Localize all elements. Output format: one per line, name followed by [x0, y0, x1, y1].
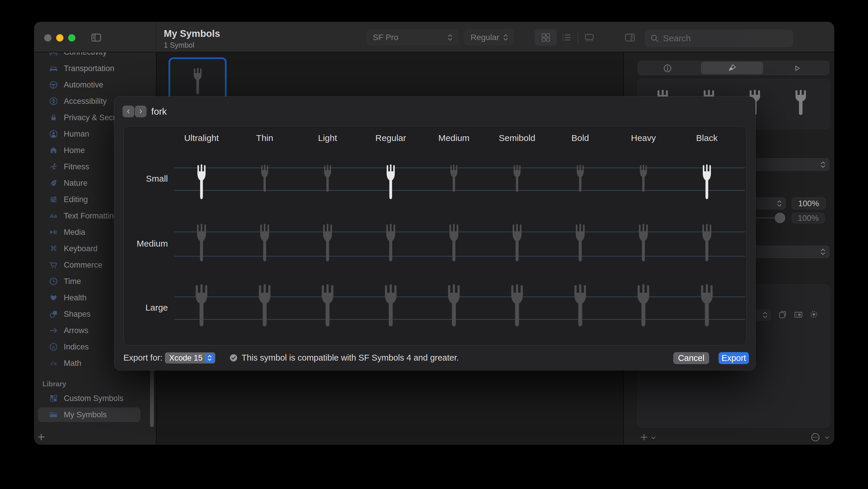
add-symbol-button[interactable] — [36, 432, 46, 441]
sidebar-item-label: Math — [64, 359, 81, 368]
dashed-circle-icon — [809, 310, 818, 319]
nature-icon — [49, 178, 59, 188]
indices-icon — [49, 342, 59, 352]
sidebar-item-label: Transportation — [64, 64, 114, 73]
fork-glyph-medium-bold — [576, 224, 585, 262]
view-gallery-button[interactable] — [584, 32, 595, 43]
render-circle-icon[interactable] — [809, 310, 818, 319]
close-button[interactable] — [44, 34, 52, 41]
compat-note: This symbol is compatible with SF Symbol… — [242, 353, 459, 363]
inspector-tabs — [638, 61, 829, 75]
copy-icon[interactable] — [778, 310, 787, 320]
export-for-label: Export for: — [123, 345, 163, 370]
zoom-value-field[interactable]: 100% — [792, 197, 826, 209]
updown-stepper-icon — [762, 311, 768, 319]
sidebar-item-automotive[interactable]: Automotive — [38, 78, 141, 92]
search-icon — [650, 33, 659, 43]
media-icon — [49, 227, 59, 237]
ellipsis-circle-icon — [810, 432, 820, 442]
add-variant-button[interactable] — [639, 433, 649, 442]
scale-value-field: 100% — [792, 213, 825, 223]
sidebar-section-library: Library — [42, 380, 66, 388]
commerce-icon — [49, 260, 59, 270]
preview-fork-3 — [796, 90, 806, 115]
scale-slider-knob[interactable] — [775, 213, 785, 223]
play-icon — [792, 63, 802, 73]
search-input[interactable]: Search — [645, 30, 793, 47]
tab-paintbrush[interactable] — [727, 63, 737, 73]
export-button[interactable]: Export — [718, 352, 749, 364]
size-row-small: Small — [121, 174, 168, 184]
fork-glyph-medium-heavy — [639, 224, 648, 262]
export-target-stepper-icon — [205, 353, 214, 363]
tab-info[interactable] — [663, 63, 672, 73]
human-icon — [49, 129, 59, 139]
export-target-select[interactable]: Xcode 15 — [165, 353, 215, 364]
sidebar-item-label: Health — [64, 293, 87, 302]
fork-glyph-small-medium — [451, 165, 457, 192]
view-list-button[interactable] — [561, 32, 572, 43]
sidebar-item-label: Editing — [64, 195, 88, 204]
updown-stepper-icon — [820, 160, 826, 169]
updown-stepper-icon — [447, 33, 453, 42]
fork-glyph-large-regular — [385, 284, 397, 326]
sidebar-item-my-symbols[interactable]: My Symbols — [38, 407, 141, 422]
zoom-button[interactable] — [68, 34, 75, 41]
more-options-button[interactable] — [810, 432, 820, 442]
weight-column-ultralight: Ultralight — [184, 133, 219, 143]
fork-glyph-small-semibold — [514, 165, 521, 192]
forward-button[interactable] — [135, 105, 147, 117]
frame-icon[interactable] — [794, 310, 803, 320]
automotive-icon — [49, 80, 59, 90]
sidebar-item-label: Accessibility — [64, 97, 107, 106]
weight-column-heavy: Heavy — [631, 133, 656, 143]
sidebar-item-label: Shapes — [64, 310, 91, 319]
fork-glyph-large-bold — [575, 284, 586, 326]
toggle-inspector-icon[interactable] — [624, 32, 636, 43]
frame-badge-icon — [794, 310, 803, 320]
arrows-icon — [49, 326, 59, 335]
fork-glyph-small-black — [703, 164, 711, 199]
info-icon — [663, 63, 672, 73]
accessibility-icon — [49, 96, 59, 106]
fork-glyph-medium-ultralight — [197, 224, 206, 262]
home-icon — [49, 145, 59, 155]
weight-column-semibold: Semibold — [499, 133, 535, 143]
sidebar-item-transportation[interactable]: Transportation — [38, 61, 141, 76]
fork-glyph-medium-thin — [260, 224, 269, 262]
sidebar-item-label: Text Formatting — [64, 211, 118, 220]
list-view-icon — [561, 32, 572, 43]
checkmark-circle-icon — [229, 354, 238, 362]
search-placeholder: Search — [663, 33, 691, 43]
sidebar-right-icon — [624, 32, 636, 43]
math-icon — [49, 358, 59, 368]
font-select[interactable]: SF Pro — [367, 30, 458, 45]
cancel-button[interactable]: Cancel — [673, 352, 709, 364]
view-grid-button[interactable] — [535, 29, 557, 45]
fork-glyph-large-light — [322, 284, 333, 326]
fork-glyph-large-medium — [448, 284, 460, 326]
chevron-down-icon — [650, 434, 657, 441]
weight-column-light: Light — [318, 133, 337, 143]
toggle-sidebar-icon[interactable] — [90, 32, 102, 43]
compat-note-group: This symbol is compatible with SF Symbol… — [229, 345, 459, 370]
shapes-icon — [49, 309, 59, 319]
editing-icon — [49, 194, 59, 205]
sidebar-item-custom-symbols[interactable]: Custom Symbols — [38, 391, 141, 406]
sidebar-item-label: Commerce — [64, 261, 102, 270]
custom-symbols-icon — [49, 393, 59, 403]
add-variant-chevron-icon[interactable] — [650, 434, 657, 441]
view-separator — [578, 32, 578, 43]
weight-select[interactable]: Regular — [464, 30, 514, 45]
more-options-chevron-icon[interactable] — [824, 434, 831, 441]
fork-glyph-small-ultralight — [197, 164, 206, 199]
back-button[interactable] — [123, 105, 134, 117]
tab-animate[interactable] — [792, 63, 802, 73]
window-title-group: My Symbols 1 Symbol — [164, 28, 220, 50]
updown-stepper-icon — [776, 199, 783, 208]
sidebar-item-label: Human — [64, 129, 89, 139]
minimize-button[interactable] — [56, 34, 63, 41]
sidebar-item-label: Keyboard — [64, 244, 98, 253]
fork-glyph-small-bold — [577, 165, 584, 192]
fork-glyph-small-light — [324, 165, 331, 192]
